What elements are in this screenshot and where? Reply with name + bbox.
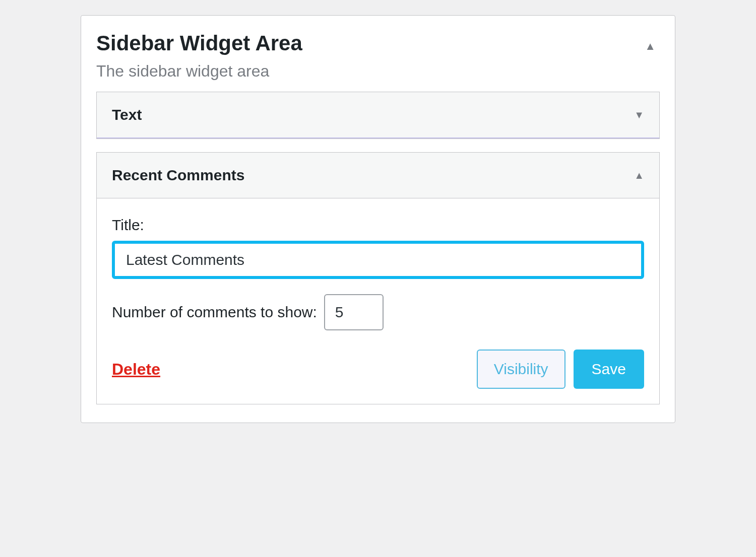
panel-title: Sidebar Widget Area <box>96 31 641 56</box>
widget-text-label: Text <box>112 106 142 123</box>
widget-recent-comments-header[interactable]: Recent Comments ▲ <box>97 153 659 198</box>
title-input[interactable] <box>112 241 644 279</box>
triangle-up-icon: ▲ <box>645 40 656 52</box>
widget-recent-comments-toggle[interactable]: ▲ <box>634 170 644 181</box>
save-button[interactable]: Save <box>574 350 644 389</box>
action-buttons: Visibility Save <box>477 350 644 389</box>
widget-recent-comments-body: Title: Number of comments to show: Delet… <box>97 198 659 404</box>
count-field-row: Number of comments to show: <box>112 294 644 330</box>
sidebar-widget-area-panel: Sidebar Widget Area The sidebar widget a… <box>81 15 675 423</box>
widget-actions: Delete Visibility Save <box>112 350 644 389</box>
widget-text: Text ▼ <box>96 92 660 139</box>
panel-subtitle: The sidebar widget area <box>96 62 641 81</box>
count-label: Number of comments to show: <box>112 304 317 321</box>
panel-header-text: Sidebar Widget Area The sidebar widget a… <box>96 31 641 81</box>
triangle-down-icon: ▼ <box>634 109 644 120</box>
panel-collapse-toggle[interactable]: ▲ <box>641 38 660 55</box>
widget-text-toggle[interactable]: ▼ <box>634 109 644 121</box>
count-input[interactable] <box>324 294 384 330</box>
visibility-button[interactable]: Visibility <box>477 350 565 389</box>
widget-text-header[interactable]: Text ▼ <box>97 92 659 138</box>
widget-recent-comments: Recent Comments ▲ Title: Number of comme… <box>96 152 660 404</box>
widget-recent-comments-label: Recent Comments <box>112 167 244 184</box>
title-label: Title: <box>112 217 644 234</box>
title-field-row: Title: <box>112 217 644 279</box>
triangle-up-icon: ▲ <box>634 170 644 181</box>
panel-header: Sidebar Widget Area The sidebar widget a… <box>96 31 660 81</box>
delete-button[interactable]: Delete <box>112 360 160 379</box>
